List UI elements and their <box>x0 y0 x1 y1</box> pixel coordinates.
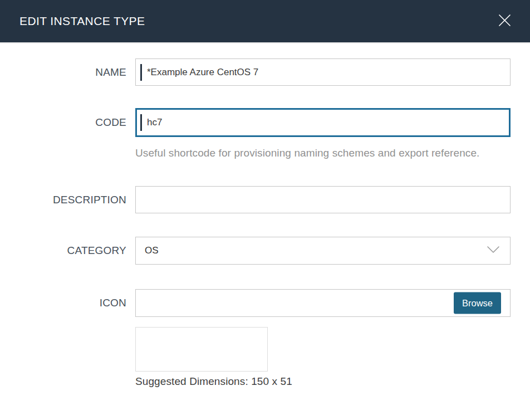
category-selected-value: OS <box>145 245 159 256</box>
description-input[interactable] <box>135 186 511 213</box>
code-label: CODE <box>0 108 135 137</box>
suggested-dimensions-text: Suggested Dimensions: 150 x 51 <box>135 375 511 388</box>
code-help-text: Useful shortcode for provisioning naming… <box>135 144 492 162</box>
name-label: NAME <box>0 58 135 86</box>
icon-row: ICON Browse Suggested Dimensions: 150 x … <box>0 289 530 388</box>
description-row: DESCRIPTION <box>0 186 530 213</box>
close-button[interactable] <box>497 14 512 28</box>
category-select[interactable]: OS <box>135 237 511 265</box>
modal-header: EDIT INSTANCE TYPE <box>0 0 530 43</box>
edit-instance-type-form: NAME CODE Useful shortcode for provision… <box>0 43 530 388</box>
icon-preview-box <box>135 327 268 372</box>
description-label: DESCRIPTION <box>0 186 135 213</box>
text-cursor <box>140 64 142 81</box>
close-icon <box>498 14 511 28</box>
modal-title: EDIT INSTANCE TYPE <box>19 14 145 28</box>
name-row: NAME <box>0 58 530 86</box>
category-label: CATEGORY <box>0 237 135 265</box>
text-cursor <box>140 114 142 131</box>
chevron-down-icon <box>487 245 500 256</box>
category-row: CATEGORY OS <box>0 237 530 265</box>
browse-button[interactable]: Browse <box>454 292 501 314</box>
code-input[interactable] <box>135 108 511 137</box>
name-input[interactable] <box>135 58 511 86</box>
code-row: CODE Useful shortcode for provisioning n… <box>0 108 530 162</box>
icon-label: ICON <box>0 289 135 317</box>
